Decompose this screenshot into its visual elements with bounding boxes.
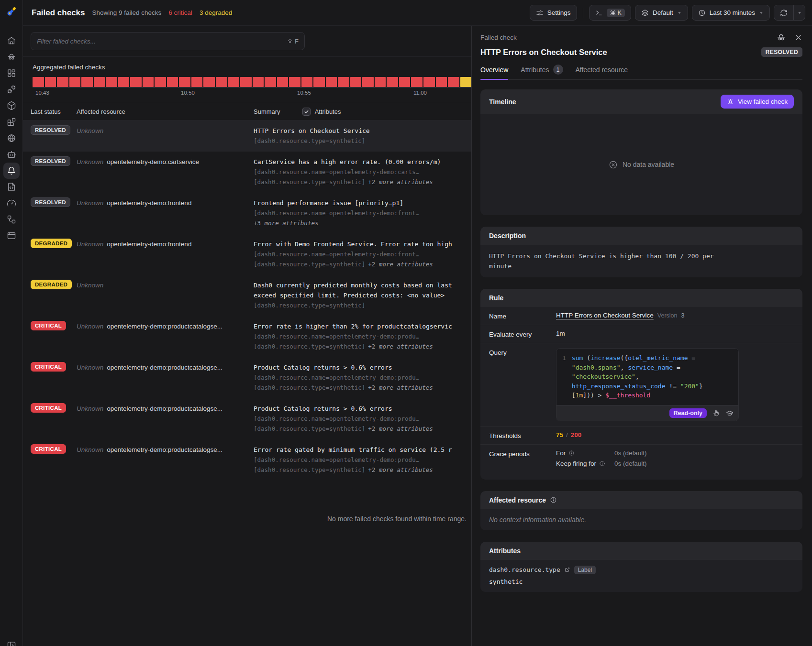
heatmap-cell-critical[interactable] — [350, 77, 362, 87]
heatmap-cell-degraded[interactable] — [460, 77, 471, 87]
sidebar-item-robot[interactable] — [3, 146, 20, 163]
heatmap-cell-critical[interactable] — [203, 77, 215, 87]
heatmap-cell-critical[interactable] — [69, 77, 81, 87]
close-icon[interactable] — [794, 33, 802, 42]
more-attributes-count: +2 — [368, 343, 375, 350]
resource-cell: Unknownopentelemetry-demo:frontend — [77, 197, 254, 207]
sidebar-item-dashboard[interactable] — [3, 65, 20, 81]
more-attributes-count: +2 — [368, 178, 375, 186]
query-editor[interactable]: 1 sum (increase({otel_metric_name = "das… — [556, 348, 739, 421]
heatmap-cell-critical[interactable] — [143, 77, 154, 87]
heatmap-cell-critical[interactable] — [240, 77, 252, 87]
resource-cell: Unknownopentelemetry-demo:frontend — [77, 239, 254, 248]
sidebar-item-cube[interactable] — [3, 98, 20, 114]
heatmap-cell-critical[interactable] — [155, 77, 166, 87]
info-icon[interactable] — [568, 450, 575, 456]
heatmap-cell-critical[interactable] — [191, 77, 203, 87]
collapse-panel-button[interactable] — [7, 641, 16, 646]
sidebar-item-window[interactable] — [3, 228, 20, 244]
query-token: } — [699, 383, 703, 390]
heatmap-cell-critical[interactable] — [387, 77, 398, 87]
query-token: = — [688, 354, 695, 361]
heatmap-cell-critical[interactable] — [57, 77, 68, 87]
heatmap-cell-critical[interactable] — [33, 77, 44, 87]
failed-check-row[interactable]: CRITICALUnknownopentelemetry-demo:produc… — [23, 398, 471, 439]
failed-check-row[interactable]: RESOLVEDUnknownopentelemetry-demo:fronte… — [23, 193, 471, 234]
failed-check-row[interactable]: RESOLVEDUnknownopentelemetry-demo:cartse… — [23, 152, 471, 193]
heatmap-cell-critical[interactable] — [436, 77, 447, 87]
tab-count-badge: 1 — [553, 65, 563, 75]
failed-check-row[interactable]: CRITICALUnknownopentelemetry-demo:produc… — [23, 357, 471, 398]
rule-name-link[interactable]: HTTP Errors on Checkout Service — [556, 312, 654, 319]
workspace-selector[interactable]: Default — [635, 5, 688, 21]
tab-overview[interactable]: Overview — [480, 65, 508, 79]
failed-check-row[interactable]: CRITICALUnknownopentelemetry-demo:produc… — [23, 316, 471, 357]
heatmap-cell-critical[interactable] — [228, 77, 240, 87]
external-link-icon[interactable] — [564, 567, 570, 573]
heatmap-cell-critical[interactable] — [216, 77, 227, 87]
summary-attributes: [dash0.resource.type=synthetic]+2 more a… — [254, 259, 471, 269]
failed-check-row[interactable]: DEGRADEDUnknownopentelemetry-demo:fronte… — [23, 234, 471, 275]
tab-affected-resource[interactable]: Affected resource — [576, 65, 628, 79]
refresh-split-button — [774, 5, 805, 21]
rule-title: Rule — [489, 294, 503, 302]
refresh-button[interactable] — [774, 5, 793, 20]
tab-attributes[interactable]: Attributes1 — [521, 65, 563, 79]
failed-check-row[interactable]: RESOLVEDUnknownHTTP Errors on Checkout S… — [23, 120, 471, 152]
heatmap-cell-critical[interactable] — [375, 77, 386, 87]
heatmap-cell-critical[interactable] — [362, 77, 374, 87]
heatmap-cell-critical[interactable] — [253, 77, 264, 87]
graduation-cap-icon[interactable] — [726, 409, 734, 417]
heatmap-cell-critical[interactable] — [179, 77, 190, 87]
info-icon[interactable] — [550, 496, 557, 504]
heatmap-cell-critical[interactable] — [423, 77, 435, 87]
resource-name: opentelemetry-demo:frontend — [107, 199, 191, 207]
sidebar-item-gauge[interactable] — [3, 195, 20, 211]
hand-pointer-icon[interactable] — [712, 409, 720, 417]
heatmap-cell-critical[interactable] — [338, 77, 349, 87]
attributes-checkbox[interactable] — [302, 108, 311, 116]
sidebar-item-widgets[interactable] — [3, 114, 20, 130]
summary-attributes: [dash0.resource.name=opentelemetry-demo:… — [254, 249, 471, 259]
topbar-divider — [583, 8, 583, 18]
heatmap-cell-critical[interactable] — [265, 77, 276, 87]
heatmap-cell-critical[interactable] — [277, 77, 289, 87]
heatmap-cell-critical[interactable] — [130, 77, 142, 87]
heatmap-cell-critical[interactable] — [411, 77, 423, 87]
sidebar-item-workflow[interactable] — [3, 211, 20, 228]
page-title: Failed checks — [32, 8, 85, 18]
column-attributes: Attributes — [315, 108, 341, 115]
heatmap-cell-critical[interactable] — [313, 77, 325, 87]
view-failed-check-button[interactable]: View failed check — [721, 95, 794, 109]
sidebar-item-plug[interactable] — [3, 81, 20, 98]
heatmap-cell-critical[interactable] — [118, 77, 130, 87]
info-icon[interactable] — [599, 460, 605, 467]
attributes-toggle[interactable]: Attributes — [302, 108, 341, 116]
heatmap-cell-critical[interactable] — [45, 77, 56, 87]
spy-icon[interactable] — [776, 33, 786, 43]
refresh-options-button[interactable] — [793, 5, 805, 20]
heatmap-cell-critical[interactable] — [94, 77, 105, 87]
heatmap-cell-critical[interactable] — [301, 77, 313, 87]
sidebar-item-home[interactable] — [3, 33, 20, 49]
bell-icon — [7, 166, 16, 175]
critical-count: 6 critical — [168, 9, 192, 16]
rule-thresholds-row: Thresholds 75 / 200 — [480, 426, 802, 444]
heatmap-cell-critical[interactable] — [399, 77, 411, 87]
heatmap-cell-critical[interactable] — [106, 77, 117, 87]
sidebar-item-globe[interactable] — [3, 130, 20, 146]
settings-button[interactable]: Settings — [530, 5, 577, 21]
sidebar-item-bell[interactable] — [3, 163, 20, 179]
heatmap-cell-critical[interactable] — [167, 77, 178, 87]
heatmap-cell-critical[interactable] — [448, 77, 459, 87]
heatmap-cell-critical[interactable] — [289, 77, 300, 87]
heatmap-cell-critical[interactable] — [326, 77, 337, 87]
sidebar-item-spy[interactable] — [3, 49, 20, 65]
failed-check-row[interactable]: CRITICALUnknownopentelemetry-demo:produc… — [23, 439, 471, 481]
failed-check-row[interactable]: DEGRADEDUnknownDash0 currently predicted… — [23, 275, 471, 316]
heatmap-cell-critical[interactable] — [81, 77, 93, 87]
time-range-selector[interactable]: Last 30 minutes — [692, 5, 770, 21]
filter-input[interactable] — [37, 38, 283, 45]
sidebar-item-code-file[interactable] — [3, 179, 20, 195]
command-palette-button[interactable]: K — [589, 5, 631, 21]
